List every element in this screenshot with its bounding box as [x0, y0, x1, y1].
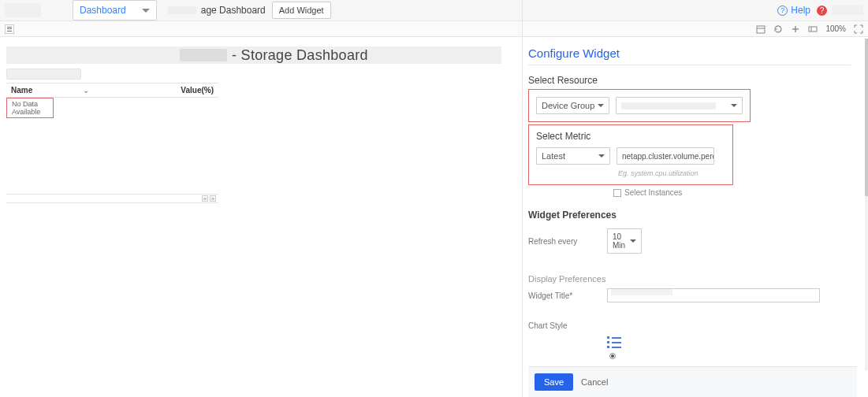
save-button[interactable]: Save [535, 373, 573, 391]
metric-selection-box: Select Metric Latest netapp.cluster.volu… [528, 124, 733, 185]
svg-rect-0 [757, 26, 765, 33]
metric-example-text: Eg. system.cpu.utilization [618, 169, 725, 177]
hamburger-icon[interactable] [5, 24, 14, 34]
configure-widget-panel: Configure Widget Select Resource Device … [528, 39, 865, 397]
chevron-down-icon [598, 104, 604, 107]
chart-style-radio-selected[interactable] [609, 353, 616, 359]
resource-type-value: Device Group [542, 101, 594, 110]
panel-scrollbar-thumb[interactable] [865, 39, 868, 196]
breadcrumb-current: age Dashboard [201, 5, 266, 16]
widget-preferences-header: Widget Preferences [528, 210, 855, 221]
zoom-level: 100% [825, 24, 846, 33]
title-prefix-placeholder [180, 49, 227, 61]
dashboard-selector[interactable]: Dashboard [73, 0, 157, 20]
resource-value-dropdown[interactable] [616, 97, 743, 114]
select-instances-checkbox[interactable] [613, 189, 621, 197]
resource-value-placeholder [621, 102, 716, 109]
widget-title-placeholder [611, 289, 672, 295]
fullscreen-icon[interactable] [854, 24, 863, 34]
aggregation-dropdown[interactable]: Latest [536, 147, 610, 165]
help-link[interactable]: ? Help [777, 5, 810, 16]
col-name[interactable]: Name [11, 86, 32, 95]
calendar-icon[interactable] [756, 24, 766, 34]
help-label: Help [791, 5, 810, 16]
pager-next[interactable]: » [210, 195, 216, 202]
display-preferences-header: Display Preferences [528, 274, 855, 284]
help-icon: ? [777, 6, 788, 16]
no-data-message: No Data Available [6, 98, 54, 118]
dashboard-selector-label: Dashboard [80, 5, 126, 16]
resource-selection-box: Device Group [528, 89, 751, 122]
logo-placeholder [5, 3, 41, 17]
page-title: - Storage Dashboard [232, 47, 368, 64]
widget-title-input[interactable] [607, 288, 820, 302]
refresh-interval-value: 10 Min [613, 232, 630, 250]
alert-icon[interactable]: ? [817, 6, 827, 16]
user-placeholder [832, 6, 863, 15]
breadcrumb-placeholder [168, 6, 196, 14]
col-value[interactable]: Value(%) [181, 86, 214, 95]
select-instances-label: Select Instances [624, 188, 682, 197]
select-metric-label: Select Metric [536, 131, 725, 142]
chart-style-label: Chart Style [528, 321, 607, 330]
svg-rect-4 [809, 27, 817, 32]
widget-header-placeholder [6, 69, 81, 80]
layout-icon[interactable] [808, 24, 818, 34]
panel-title: Configure Widget [528, 46, 851, 65]
breadcrumb: age Dashboard [168, 5, 266, 16]
metric-value: netapp.cluster.volume.percentage-size-u… [622, 152, 714, 161]
chart-style-list-icon[interactable] [607, 336, 621, 348]
resource-type-dropdown[interactable]: Device Group [536, 97, 609, 114]
metric-dropdown[interactable]: netapp.cluster.volume.percentage-size-u… [617, 147, 714, 165]
cancel-button[interactable]: Cancel [581, 377, 608, 387]
chevron-down-icon [142, 9, 150, 13]
panel-divider [522, 0, 523, 397]
sort-icon[interactable]: ⌄ [83, 86, 89, 95]
widget-pager: « » [6, 194, 218, 203]
refresh-icon[interactable] [773, 24, 783, 34]
chevron-down-icon [630, 239, 636, 243]
add-widget-button[interactable]: Add Widget [272, 2, 331, 19]
page-title-bar: - Storage Dashboard [6, 46, 501, 64]
refresh-every-label: Refresh every [528, 237, 607, 246]
panel-footer: Save Cancel [528, 366, 857, 397]
pager-prev[interactable]: « [202, 195, 208, 202]
data-widget: Name ⌄ Value(%) No Data Available « » [6, 83, 218, 203]
chevron-down-icon [731, 104, 737, 107]
select-resource-label: Select Resource [528, 75, 855, 86]
top-bar: Dashboard age Dashboard Add Widget ? Hel… [0, 0, 868, 21]
plus-icon[interactable] [791, 24, 800, 34]
secondary-toolbar: 100% [0, 21, 868, 37]
aggregation-value: Latest [542, 151, 565, 161]
refresh-interval-dropdown[interactable]: 10 Min [607, 228, 642, 254]
widget-title-label: Widget Title* [528, 291, 607, 300]
chevron-down-icon [598, 154, 605, 158]
table-header-row: Name ⌄ Value(%) [6, 83, 218, 98]
